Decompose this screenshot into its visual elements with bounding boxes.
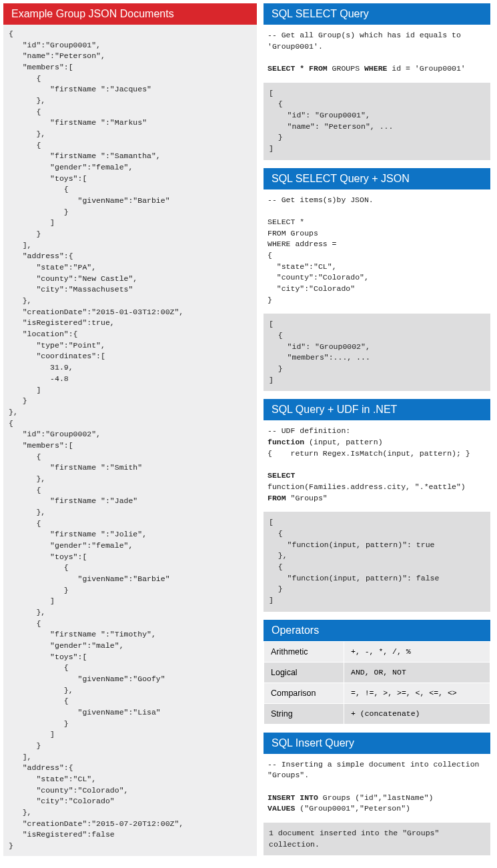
section-result: [ { "id": "Group0002", "members":..., ..… <box>264 314 490 391</box>
left-column: Example Group JSON Documents { "id":"Gro… <box>3 3 257 856</box>
section-select-json: SQL SELECT Query + JSON -- Get items(s)b… <box>264 168 490 392</box>
op-label: String <box>264 703 344 724</box>
section-query: -- Get items(s)by JSON. SELECT * FROM Gr… <box>264 189 490 313</box>
section-select: SQL SELECT Query -- Get all Group(s) whi… <box>264 3 490 160</box>
right-column: SQL SELECT Query -- Get all Group(s) whi… <box>264 3 490 856</box>
operators-title: Operators <box>264 620 490 641</box>
insert-result: 1 document inserted into the "Groups" co… <box>264 823 490 855</box>
op-label: Arithmetic <box>264 641 344 662</box>
op-ops: =, !=, >, >=, <, <=, <> <box>344 683 490 703</box>
section-result: [ { "id": "Group0001", "name": "Peterson… <box>264 83 490 160</box>
example-json-code: { "id":"Group0001", "name":"Peterson", "… <box>3 25 257 856</box>
section-query: -- Get all Group(s) which has id equals … <box>264 25 490 81</box>
section-insert: SQL Insert Query -- Inserting a simple d… <box>264 733 490 856</box>
section-title: SQL SELECT Query + JSON <box>264 168 490 189</box>
section-result: [ { "function(input, pattern)": true }, … <box>264 512 490 611</box>
op-row: Logical AND, OR, NOT <box>264 662 490 683</box>
op-ops: +, -, *, /, % <box>344 641 490 662</box>
section-query: -- UDF definition: function (input, patt… <box>264 420 490 510</box>
op-label: Comparison <box>264 683 344 703</box>
insert-query: -- Inserting a simple document into coll… <box>264 754 490 821</box>
section-title: SQL Query + UDF in .NET <box>264 399 490 420</box>
op-row: String + (concatenate) <box>264 703 490 724</box>
op-ops: AND, OR, NOT <box>344 662 490 683</box>
section-udf: SQL Query + UDF in .NET -- UDF definitio… <box>264 399 490 611</box>
operators-table: Arithmetic +, -, *, /, % Logical AND, OR… <box>264 641 490 725</box>
insert-title: SQL Insert Query <box>264 733 490 754</box>
op-row: Arithmetic +, -, *, /, % <box>264 641 490 662</box>
op-row: Comparison =, !=, >, >=, <, <=, <> <box>264 683 490 703</box>
op-ops: + (concatenate) <box>344 703 490 724</box>
op-label: Logical <box>264 662 344 683</box>
section-operators: Operators Arithmetic +, -, *, /, % Logic… <box>264 620 490 725</box>
section-title: SQL SELECT Query <box>264 3 490 25</box>
example-json-header: Example Group JSON Documents <box>3 3 257 25</box>
